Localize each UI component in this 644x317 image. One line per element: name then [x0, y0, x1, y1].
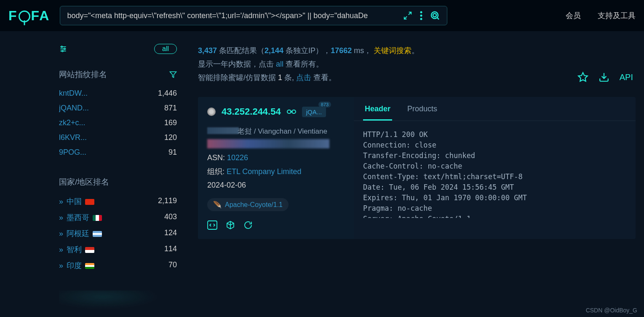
refresh-icon[interactable]: [243, 220, 253, 230]
nav-member[interactable]: 会员: [566, 11, 581, 21]
filter-icon[interactable]: [169, 71, 177, 78]
flag-icon: [85, 247, 94, 253]
expand-icon[interactable]: [403, 11, 412, 20]
country-list: »中国2,119»墨西哥403»阿根廷124»智利114»印度70: [59, 193, 177, 274]
stats-line: 3,437 条匹配结果（2,144 条独立IP），17662 ms， 关键词搜索…: [198, 44, 636, 84]
rank-item[interactable]: zk2+c...169: [59, 116, 177, 130]
svg-point-4: [433, 13, 436, 17]
globe-icon: [207, 107, 216, 116]
rank-count: 124: [164, 228, 177, 239]
honeypot-count: 1: [278, 73, 282, 82]
country-section: 国家/地区排名 »中国2,119»墨西哥403»阿根廷124»智利114»印度7…: [59, 177, 177, 274]
star-icon[interactable]: [577, 72, 588, 83]
rank-item[interactable]: l6KVR...120: [59, 130, 177, 145]
rank-name: »阿根廷: [59, 228, 102, 239]
result-card: 43.252.244.54 jQA... 873 老挝 / Viangchan …: [198, 97, 636, 239]
rank-count: 120: [164, 133, 177, 142]
nav-right: 会员 支持及工具: [566, 11, 636, 21]
card-left: 43.252.244.54 jQA... 873 老挝 / Viangchan …: [198, 97, 354, 239]
chevron-icon: »: [59, 245, 63, 254]
click-view-link[interactable]: 点击: [296, 73, 311, 82]
search-icon[interactable]: [430, 11, 440, 21]
tool-icons: [207, 220, 345, 230]
chevron-icon: »: [59, 229, 63, 238]
more-icon[interactable]: [420, 11, 422, 20]
sidebar-top: all: [59, 44, 177, 54]
cube-icon[interactable]: [226, 220, 235, 230]
rank-item[interactable]: 9POG...91: [59, 145, 177, 160]
api-link[interactable]: API: [620, 73, 633, 82]
section-title: 国家/地区排名: [59, 177, 109, 188]
tag-count: 873: [318, 102, 331, 107]
chevron-icon: »: [59, 213, 63, 222]
logo-o-icon: [19, 11, 30, 22]
watermark: CSDN @OidBoy_G: [586, 307, 637, 314]
svg-marker-15: [578, 73, 588, 81]
logo[interactable]: F FA: [8, 8, 50, 24]
feather-icon: 🪶: [213, 201, 222, 209]
search-input[interactable]: [67, 11, 397, 20]
rank-count: 403: [164, 212, 177, 223]
chevron-icon: »: [59, 261, 63, 270]
all-button[interactable]: all: [154, 44, 177, 54]
rank-name: jQAND...: [59, 104, 89, 113]
tab-products[interactable]: Products: [406, 99, 439, 121]
rank-item[interactable]: »智利114: [59, 242, 177, 258]
rank-count: 114: [164, 244, 177, 255]
logo-text: F: [8, 8, 18, 24]
rank-name: 9POG...: [59, 148, 86, 157]
asn-row: ASN: 10226: [207, 153, 345, 162]
ip-row: 43.252.244.54 jQA... 873: [207, 106, 345, 117]
svg-rect-14: [208, 221, 217, 229]
ip-address[interactable]: 43.252.244.54: [222, 106, 281, 117]
geo-text: 老挝 / Viangchan / Vientiane: [238, 126, 327, 136]
fingerprint-tag[interactable]: jQA... 873: [302, 107, 326, 117]
show-all-link[interactable]: all: [276, 60, 283, 68]
org-value[interactable]: ETL Company Limited: [227, 167, 301, 176]
nav-support[interactable]: 支持及工具: [598, 11, 636, 21]
rank-count: 91: [168, 148, 177, 157]
link-icon[interactable]: [287, 109, 296, 115]
rank-count: 871: [164, 104, 177, 113]
date-row: 2024-02-06: [207, 181, 345, 190]
settings-icon[interactable]: [59, 45, 67, 53]
flag-icon: [85, 263, 94, 269]
chevron-icon: »: [59, 197, 63, 206]
search-box[interactable]: [60, 6, 447, 25]
unique-count: 2,144: [265, 46, 283, 55]
fingerprint-section: 网站指纹排名 kntDW...1,446jQAND...871zk2+c...1…: [59, 69, 177, 160]
asn-value[interactable]: 10226: [227, 153, 248, 162]
rank-name: zk2+c...: [59, 118, 86, 127]
total-count: 3,437: [198, 46, 217, 55]
rank-item[interactable]: jQAND...871: [59, 101, 177, 116]
header-body: HTTP/1.1 200 OK Connection: close Transf…: [354, 121, 636, 218]
svg-point-0: [420, 11, 422, 13]
content: 3,437 条匹配结果（2,144 条独立IP），17662 ms， 关键词搜索…: [198, 44, 636, 312]
rank-item[interactable]: kntDW...1,446: [59, 86, 177, 101]
section-header: 网站指纹排名: [59, 69, 177, 80]
flag-icon: [93, 215, 102, 221]
logo-text: FA: [31, 8, 50, 24]
rank-count: 70: [168, 261, 177, 271]
server-tag[interactable]: 🪶 Apache-Coyote/1.1: [207, 198, 289, 211]
rank-name: »中国: [59, 196, 94, 207]
section-header: 国家/地区排名: [59, 177, 177, 188]
flag-icon: [93, 231, 102, 237]
svg-point-2: [420, 18, 422, 20]
rank-item[interactable]: »墨西哥403: [59, 210, 177, 226]
map-preview: [59, 290, 168, 312]
main: all 网站指纹排名 kntDW...1,446jQAND...871zk2+c…: [0, 31, 644, 312]
svg-point-10: [62, 50, 63, 51]
download-icon[interactable]: [599, 72, 609, 83]
rank-count: 1,446: [158, 89, 177, 98]
card-right: Header Products HTTP/1.1 200 OK Connecti…: [354, 97, 636, 239]
rank-item[interactable]: »印度70: [59, 258, 177, 274]
fingerprint-list: kntDW...1,446jQAND...871zk2+c...169l6KVR…: [59, 86, 177, 160]
code-icon[interactable]: [207, 220, 217, 230]
tab-header[interactable]: Header: [363, 99, 392, 121]
rank-name: »墨西哥: [59, 212, 102, 223]
rank-item[interactable]: »阿根廷124: [59, 226, 177, 242]
rank-item[interactable]: »中国2,119: [59, 193, 177, 210]
flag-icon: [85, 199, 94, 205]
svg-point-8: [61, 46, 62, 47]
